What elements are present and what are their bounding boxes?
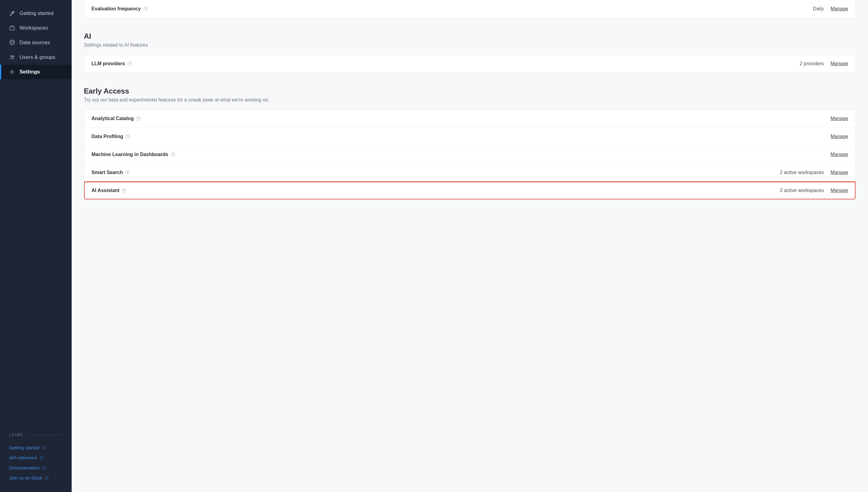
users-icon	[9, 54, 15, 60]
learn-link-api-reference[interactable]: API reference	[9, 453, 63, 463]
section-subtitle-ai: Settings related to AI features	[84, 42, 856, 48]
briefcase-icon	[9, 25, 15, 31]
rocket-icon	[9, 10, 15, 17]
sidebar-item-label: Settings	[20, 69, 40, 75]
early-access-card: Analytical Catalog ? Manage Data Profili…	[84, 109, 856, 200]
sidebar-item-label: Workspaces	[20, 25, 48, 31]
row-label-text: Evaluation frequency	[92, 6, 141, 11]
divider	[26, 435, 63, 435]
setting-row-eval-frequency: Evaluation frequency ? Daily Manage	[84, 0, 855, 18]
external-link-icon	[42, 446, 45, 450]
row-label-text: LLM providers	[92, 61, 125, 67]
sidebar-nav: Getting started Workspaces Data sources …	[0, 0, 72, 79]
row-label-text: Analytical Catalog	[92, 116, 134, 121]
learn-link-label: API reference	[9, 455, 37, 460]
learn-link-slack[interactable]: Join us on Slack	[9, 473, 63, 483]
learn-header: LEARN	[9, 433, 63, 437]
manage-link[interactable]: Manage	[830, 170, 848, 175]
help-icon[interactable]: ?	[127, 62, 132, 66]
svg-point-4	[11, 71, 13, 73]
setting-row-ai-assistant: AI Assistant ? 2 active workspaces Manag…	[84, 182, 855, 199]
row-value: Daily	[813, 6, 824, 11]
learn-link-getting-started[interactable]: Getting started	[9, 443, 63, 453]
help-icon[interactable]: ?	[171, 152, 175, 157]
row-value: 2 active workspaces	[780, 188, 824, 193]
help-icon[interactable]: ?	[126, 134, 130, 139]
sidebar-item-settings[interactable]: Settings	[0, 65, 72, 79]
help-icon[interactable]: ?	[143, 7, 148, 11]
setting-row-ml-dashboards: Machine Learning in Dashboards ? Manage	[84, 146, 855, 164]
external-link-icon	[40, 456, 44, 460]
section-title-ai: AI	[84, 32, 856, 41]
learn-link-label: Documentation	[9, 465, 40, 470]
setting-row-analytical-catalog: Analytical Catalog ? Manage	[84, 110, 855, 128]
svg-point-2	[11, 55, 12, 57]
learn-link-documentation[interactable]: Documentation	[9, 463, 63, 473]
row-label: LLM providers ?	[92, 61, 132, 67]
row-value: 2 active workspaces	[780, 170, 824, 175]
svg-point-1	[10, 40, 14, 42]
help-icon[interactable]: ?	[122, 189, 126, 193]
learn-section: LEARN Getting started API reference Docu…	[0, 433, 72, 492]
help-icon[interactable]: ?	[136, 117, 141, 121]
row-label: AI Assistant ?	[92, 188, 126, 193]
main-content: Evaluation frequency ? Daily Manage AI S…	[72, 0, 868, 492]
manage-link[interactable]: Manage	[830, 61, 848, 67]
sidebar-item-label: Getting started	[20, 10, 54, 17]
manage-link[interactable]: Manage	[830, 188, 848, 193]
svg-rect-0	[10, 27, 15, 30]
row-value: 2 providers	[800, 61, 824, 67]
manage-link[interactable]: Manage	[830, 152, 848, 157]
row-label: Evaluation frequency ?	[92, 6, 148, 11]
external-link-icon	[42, 466, 46, 470]
gear-icon	[9, 69, 15, 75]
learn-link-label: Getting started	[9, 445, 39, 450]
row-label-text: Machine Learning in Dashboards	[92, 152, 168, 157]
eval-card: Evaluation frequency ? Daily Manage	[84, 0, 856, 18]
svg-point-3	[13, 56, 14, 57]
ai-card: LLM providers ? 2 providers Manage	[84, 54, 856, 73]
setting-row-data-profiling: Data Profiling ? Manage	[84, 128, 855, 146]
sidebar: Getting started Workspaces Data sources …	[0, 0, 72, 492]
row-label-text: Data Profiling	[92, 134, 123, 139]
setting-row-llm-providers: LLM providers ? 2 providers Manage	[84, 55, 855, 73]
section-title-early-access: Early Access	[84, 87, 856, 95]
learn-header-label: LEARN	[9, 433, 23, 437]
row-label: Data Profiling ?	[92, 134, 130, 139]
sidebar-item-data-sources[interactable]: Data sources	[0, 35, 72, 50]
manage-link[interactable]: Manage	[830, 116, 848, 121]
learn-link-label: Join us on Slack	[9, 475, 42, 481]
section-subtitle-early-access: Try out our beta and experimental featur…	[84, 97, 856, 103]
help-icon[interactable]: ?	[125, 170, 130, 175]
sidebar-item-users-groups[interactable]: Users & groups	[0, 50, 72, 65]
sidebar-item-getting-started[interactable]: Getting started	[0, 6, 72, 21]
setting-row-smart-search: Smart Search ? 2 active workspaces Manag…	[84, 164, 855, 182]
row-label: Analytical Catalog ?	[92, 116, 141, 121]
external-link-icon	[45, 476, 49, 480]
sidebar-item-workspaces[interactable]: Workspaces	[0, 21, 72, 35]
manage-link[interactable]: Manage	[830, 134, 848, 139]
row-label: Machine Learning in Dashboards ?	[92, 152, 175, 157]
row-label-text: Smart Search	[92, 170, 123, 175]
manage-link[interactable]: Manage	[830, 6, 848, 11]
row-label-text: AI Assistant	[92, 188, 120, 193]
sidebar-item-label: Data sources	[20, 40, 50, 46]
row-label: Smart Search ?	[92, 170, 130, 175]
database-icon	[9, 40, 15, 46]
sidebar-item-label: Users & groups	[20, 54, 55, 60]
